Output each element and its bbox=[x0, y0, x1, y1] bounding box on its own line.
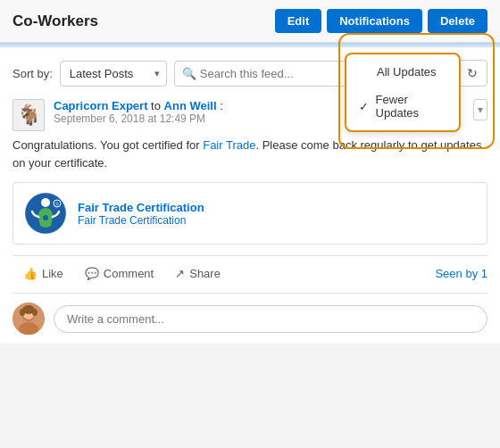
svg-text:®: ® bbox=[55, 202, 59, 207]
all-updates-option[interactable]: All Updates bbox=[346, 58, 459, 86]
filter-group: ▼ All Updates ✓ Fewer Updates ↻ bbox=[423, 60, 488, 87]
sort-label: Sort by: bbox=[12, 67, 53, 80]
comment-input[interactable] bbox=[54, 305, 488, 333]
attachment-text: Fair Trade Certification Fair Trade Cert… bbox=[78, 201, 204, 227]
header-buttons: Edit Notifications Delete bbox=[275, 9, 488, 33]
share-label: Share bbox=[189, 267, 221, 280]
attachment-subtitle: Fair Trade Certification bbox=[78, 214, 204, 227]
check-icon: ✓ bbox=[359, 100, 371, 113]
svg-point-11 bbox=[20, 309, 25, 316]
refresh-button[interactable]: ↻ bbox=[457, 60, 488, 87]
share-icon: ↗ bbox=[175, 267, 185, 280]
comment-icon: 💬 bbox=[85, 267, 99, 280]
seen-by-text: Seen by 1 bbox=[435, 267, 488, 280]
like-label: Like bbox=[42, 267, 63, 280]
delete-button[interactable]: Delete bbox=[428, 9, 488, 33]
main-content: Sort by: Latest Posts ▾ 🔍 ▼ All Updates bbox=[0, 47, 500, 344]
fewer-updates-option[interactable]: ✓ Fewer Updates bbox=[346, 86, 459, 127]
sort-select-wrap: Latest Posts ▾ bbox=[60, 61, 167, 87]
actions-bar: 👍 Like 💬 Comment ↗ Share Seen by 1 bbox=[12, 255, 488, 291]
comment-label: Comment bbox=[104, 267, 154, 280]
avatar-svg bbox=[12, 303, 45, 335]
search-icon: 🔍 bbox=[182, 67, 196, 80]
filter-dropdown: All Updates ✓ Fewer Updates bbox=[345, 53, 461, 132]
sort-search-row: Sort by: Latest Posts ▾ 🔍 ▼ All Updates bbox=[12, 60, 488, 87]
all-updates-label: All Updates bbox=[377, 65, 436, 79]
fewer-updates-label: Fewer Updates bbox=[376, 93, 446, 120]
post-to: to bbox=[151, 99, 163, 112]
comment-row bbox=[12, 293, 488, 344]
refresh-icon: ↻ bbox=[467, 66, 478, 80]
svg-point-2 bbox=[41, 198, 50, 207]
notifications-button[interactable]: Notifications bbox=[327, 9, 422, 33]
sort-select[interactable]: Latest Posts bbox=[60, 61, 167, 87]
post-body-link[interactable]: Fair Trade bbox=[203, 138, 255, 152]
author-link[interactable]: Capricorn Expert bbox=[54, 99, 147, 112]
like-button[interactable]: 👍 Like bbox=[12, 263, 74, 284]
svg-point-12 bbox=[32, 309, 38, 316]
svg-point-3 bbox=[43, 215, 48, 220]
attachment-title[interactable]: Fair Trade Certification bbox=[78, 201, 204, 214]
page-header: Co-Workers Edit Notifications Delete bbox=[0, 0, 500, 43]
recipient-link[interactable]: Ann Weill bbox=[164, 99, 217, 112]
post-area: 🐐 Capricorn Expert to Ann Weill : Septem… bbox=[12, 99, 488, 344]
page-title: Co-Workers bbox=[12, 12, 98, 30]
attachment-logo: ® bbox=[24, 192, 67, 235]
post-colon: : bbox=[220, 99, 223, 112]
check-empty bbox=[359, 65, 371, 79]
post-chevron-button[interactable]: ▾ bbox=[473, 99, 488, 120]
like-icon: 👍 bbox=[23, 267, 38, 280]
commenter-avatar bbox=[12, 303, 45, 335]
comment-button[interactable]: 💬 Comment bbox=[74, 263, 164, 284]
share-button[interactable]: ↗ Share bbox=[164, 263, 231, 284]
post-body: Congratulations. You got certified for F… bbox=[12, 137, 488, 171]
author-avatar: 🐐 bbox=[12, 99, 45, 131]
attachment-card: ® Fair Trade Certification Fair Trade Ce… bbox=[12, 182, 488, 245]
post-body-pre: Congratulations. You got certified for bbox=[12, 138, 203, 152]
edit-button[interactable]: Edit bbox=[275, 9, 322, 33]
